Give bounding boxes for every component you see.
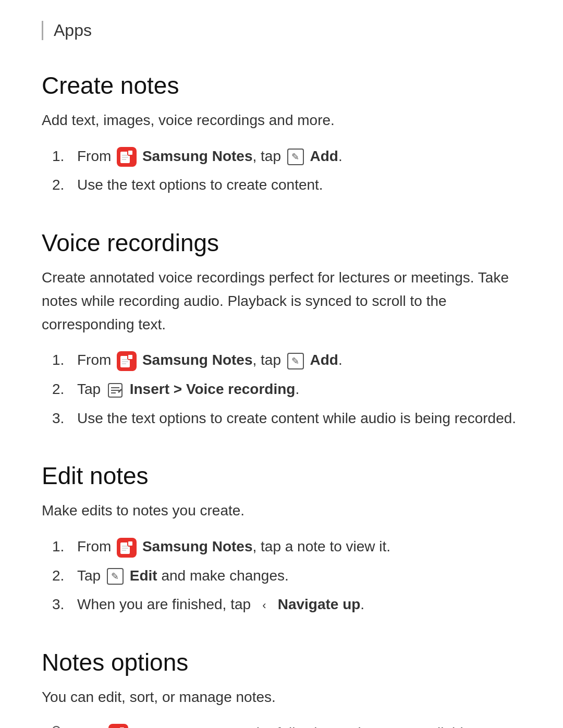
notes-options-desc: You can edit, sort, or manage notes. <box>42 686 521 709</box>
list-item: 3. Use the text options to create conten… <box>52 406 521 431</box>
svg-rect-25 <box>108 724 128 728</box>
list-item: 2. Tap Insert > Voice recording. <box>52 377 521 402</box>
add-edit-icon-2: ✎ <box>287 353 304 369</box>
voice-recordings-title: Voice recordings <box>42 229 521 257</box>
tap-edit-icon: ✎ <box>107 568 124 585</box>
notes-options-title: Notes options <box>42 648 521 676</box>
list-item: From Samsung Notes, the following option… <box>52 721 521 728</box>
samsung-notes-icon <box>117 351 137 371</box>
add-edit-icon: ✎ <box>287 149 304 165</box>
samsung-notes-icon <box>117 147 137 167</box>
samsung-notes-icon <box>117 538 137 558</box>
edit-notes-title: Edit notes <box>42 462 521 490</box>
section-create-notes: Create notes Add text, images, voice rec… <box>42 71 521 198</box>
notes-options-outer-list: From Samsung Notes, the following option… <box>42 721 521 728</box>
list-item: 2. Use the text options to create conten… <box>52 172 521 198</box>
list-item: 3. When you are finished, tap ‹ Navigate… <box>52 592 521 617</box>
voice-recordings-list: 1. From Samsung Notes, tap ✎ A <box>42 348 521 430</box>
edit-notes-desc: Make edits to notes you create. <box>42 499 521 523</box>
svg-rect-10 <box>128 355 132 359</box>
list-item: 1. From Samsung Notes, tap ✎ A <box>52 144 521 169</box>
insert-icon <box>107 382 124 399</box>
svg-rect-21 <box>128 541 132 546</box>
voice-recordings-desc: Create annotated voice recordings perfec… <box>42 266 521 336</box>
section-edit-notes: Edit notes Make edits to notes you creat… <box>42 462 521 617</box>
create-notes-desc: Add text, images, voice recordings and m… <box>42 109 521 132</box>
create-notes-list: 1. From Samsung Notes, tap ✎ A <box>42 144 521 198</box>
list-item: 1. From Samsung Notes, tap ✎ A <box>52 348 521 373</box>
navigate-up-icon: ‹ <box>257 598 272 613</box>
section-voice-recordings: Voice recordings Create annotated voice … <box>42 229 521 430</box>
edit-notes-list: 1. From Samsung Notes, tap a note to vie… <box>42 534 521 617</box>
circle-bullet <box>52 726 60 728</box>
create-notes-title: Create notes <box>42 71 521 100</box>
svg-rect-3 <box>128 151 132 155</box>
samsung-notes-icon <box>108 724 128 728</box>
list-item: 1. From Samsung Notes, tap a note to vie… <box>52 534 521 559</box>
section-notes-options: Notes options You can edit, sort, or man… <box>42 648 521 728</box>
list-item: 2. Tap ✎ Edit and make changes. <box>52 563 521 588</box>
header-title: Apps <box>54 21 92 40</box>
apps-header: Apps <box>42 21 521 40</box>
